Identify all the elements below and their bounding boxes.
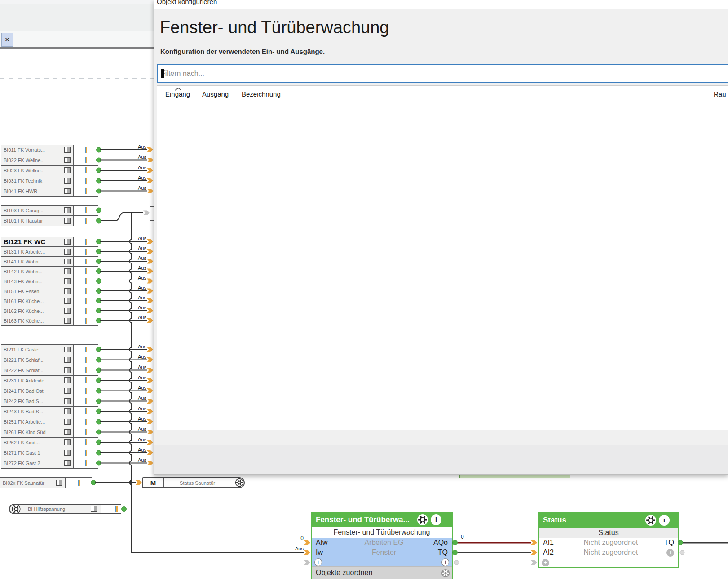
- input-block-row[interactable]: BI103 FK Garag...: [1, 205, 98, 216]
- input-arrow[interactable]: [147, 158, 153, 162]
- checkbox-icon[interactable]: [64, 398, 71, 404]
- input-block-row[interactable]: BI262 FK Kind...: [1, 437, 98, 448]
- input-arrow[interactable]: [147, 347, 153, 352]
- input-arrow[interactable]: [147, 189, 153, 193]
- input-block-row[interactable]: BI141 FK Wohn...: [1, 256, 98, 267]
- input-arrow[interactable]: [147, 409, 153, 414]
- input-block-row[interactable]: BI023 FK Wellne...: [1, 165, 98, 176]
- dialog-title-bar[interactable]: Objekt konfigurieren: [154, 0, 728, 9]
- input-block-row[interactable]: BI243 FK Bad S...: [1, 406, 98, 417]
- input-arrow[interactable]: [147, 440, 153, 445]
- checkbox-icon[interactable]: [64, 298, 71, 304]
- io-row[interactable]: AI2 Nicht zugeordnet +: [539, 548, 678, 557]
- column-header-raum[interactable]: Rau: [714, 90, 726, 98]
- checkbox-icon[interactable]: [64, 268, 71, 274]
- assign-objects-button[interactable]: Objekte zuordnen: [312, 566, 452, 579]
- checkbox-icon[interactable]: [64, 239, 71, 245]
- splitter-bar[interactable]: [0, 47, 162, 50]
- checkbox-icon[interactable]: [64, 207, 71, 213]
- input-block-row[interactable]: BI02x FK Saunatür: [0, 477, 92, 488]
- input-arrow[interactable]: [147, 388, 153, 393]
- add-output-button[interactable]: +: [666, 549, 674, 557]
- input-block-row[interactable]: BI222 FK Schlaf...: [1, 365, 98, 376]
- checkbox-icon[interactable]: [64, 308, 71, 314]
- column-divider[interactable]: [200, 87, 200, 104]
- checkbox-icon[interactable]: [64, 218, 71, 224]
- input-block-row[interactable]: BI272 FK Gast 2: [1, 458, 98, 469]
- checkbox-icon[interactable]: [64, 288, 71, 294]
- io-table[interactable]: Eingang Ausgang Bezeichnung Rau: [157, 85, 728, 430]
- checkbox-icon[interactable]: [64, 450, 71, 456]
- output-connector-dot[interactable]: [453, 550, 458, 555]
- checkbox-icon[interactable]: [64, 259, 71, 264]
- add-input-button[interactable]: +: [542, 559, 549, 566]
- filter-input[interactable]: Filtern nach...: [157, 64, 728, 83]
- input-block-row[interactable]: BI011 FK Vorrats...: [1, 145, 98, 155]
- checkbox-icon[interactable]: [64, 367, 71, 373]
- input-block-row[interactable]: BI242 FK Bad S...: [1, 396, 98, 407]
- checkbox-icon[interactable]: [64, 377, 71, 383]
- checkbox-icon[interactable]: [64, 157, 71, 163]
- checkbox-icon[interactable]: [64, 429, 71, 435]
- checkbox-icon[interactable]: [64, 460, 71, 466]
- add-input-button[interactable]: +: [314, 558, 322, 566]
- input-arrow[interactable]: [136, 480, 142, 485]
- input-arrow[interactable]: [147, 147, 153, 152]
- input-block-row[interactable]: BI101 FK Haustür: [1, 215, 98, 226]
- block-title-bar[interactable]: Fenster- und Türüberwa...: [312, 513, 452, 527]
- column-header-ausgang[interactable]: Ausgang: [202, 90, 229, 98]
- input-arrow[interactable]: [304, 540, 310, 545]
- input-arrow-disabled[interactable]: [143, 211, 150, 215]
- input-arrow[interactable]: [147, 249, 153, 254]
- input-arrow[interactable]: [147, 298, 153, 303]
- add-output-button[interactable]: +: [441, 558, 449, 566]
- checkbox-icon[interactable]: [64, 318, 71, 324]
- checkbox-icon[interactable]: [64, 357, 71, 363]
- input-arrow-disabled[interactable]: [531, 560, 537, 565]
- input-arrow[interactable]: [147, 289, 153, 294]
- checkbox-icon[interactable]: [64, 278, 71, 284]
- checkbox-icon[interactable]: [64, 347, 71, 352]
- checkbox-icon[interactable]: [64, 388, 71, 394]
- status-block[interactable]: Status Status AI1 Nicht zugeordnet TQ AI…: [538, 512, 679, 568]
- input-block-row[interactable]: BI162 FK Küche...: [1, 306, 98, 316]
- checkbox-icon[interactable]: [64, 419, 71, 425]
- io-row[interactable]: Iw Fenster TQ: [312, 548, 452, 557]
- checkbox-icon[interactable]: [91, 506, 97, 512]
- block-title-bar[interactable]: Status: [539, 513, 678, 528]
- input-arrow[interactable]: [531, 550, 537, 555]
- input-block-row[interactable]: BI151 FK Essen: [1, 286, 98, 296]
- output-connector-dot[interactable]: [453, 540, 458, 545]
- input-arrow[interactable]: [147, 318, 153, 323]
- checkbox-icon[interactable]: [64, 188, 71, 194]
- input-arrow[interactable]: [147, 269, 153, 274]
- input-block-row[interactable]: BI231 FK Ankleide: [1, 375, 98, 386]
- input-arrow[interactable]: [147, 450, 153, 455]
- input-arrow[interactable]: [147, 168, 153, 173]
- input-arrow[interactable]: [147, 399, 153, 404]
- column-header-eingang[interactable]: Eingang: [165, 90, 190, 98]
- close-tab-button[interactable]: ×: [1, 33, 13, 47]
- input-arrow[interactable]: [147, 308, 153, 313]
- checkbox-icon[interactable]: [64, 147, 71, 153]
- input-block-row[interactable]: BI163 FK Küche...: [1, 316, 98, 326]
- input-block-row[interactable]: BI161 FK Küche...: [1, 296, 98, 306]
- column-header-bezeichnung[interactable]: Bezeichnung: [242, 90, 281, 98]
- fenster-tuerueberwachung-block[interactable]: Fenster- und Türüberwa... Fenster- und T…: [311, 512, 453, 579]
- io-row[interactable]: AI1 Nicht zugeordnet TQ: [539, 538, 678, 548]
- aux-input-block[interactable]: BI Hilfsspannung: [9, 504, 121, 514]
- input-arrow[interactable]: [147, 239, 153, 244]
- input-arrow[interactable]: [147, 279, 153, 284]
- checkbox-icon[interactable]: [64, 178, 71, 184]
- column-divider[interactable]: [710, 87, 710, 104]
- input-block-row[interactable]: BI221 FK Schlaf...: [1, 355, 98, 365]
- checkbox-icon[interactable]: [64, 408, 71, 414]
- input-block-row[interactable]: BI241 FK Bad Ost: [1, 386, 98, 396]
- input-block-row[interactable]: BI211 FK Gäste...: [1, 344, 98, 355]
- input-arrow[interactable]: [147, 368, 153, 373]
- input-block-row[interactable]: BI143 FK Wohn...: [1, 276, 98, 286]
- input-arrow-disabled[interactable]: [304, 560, 310, 565]
- output-connector-dot[interactable]: [91, 480, 96, 485]
- column-divider[interactable]: [238, 87, 238, 104]
- input-arrow[interactable]: [147, 259, 153, 264]
